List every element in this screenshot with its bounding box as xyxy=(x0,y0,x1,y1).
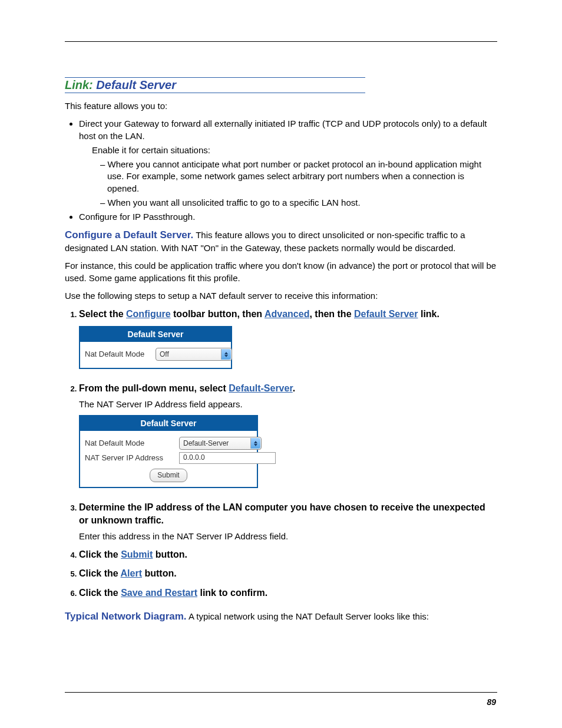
panel-default-server-off: Default Server Nat Default Mode Off xyxy=(79,326,232,370)
feature-bullets: Direct your Gateway to forward all exter… xyxy=(65,118,497,223)
link-save-restart[interactable]: Save and Restart xyxy=(121,588,197,598)
page-number: 89 xyxy=(487,697,496,707)
configure-head: Configure a Default Server. xyxy=(65,229,193,241)
panel-default-server-on: Default Server Nat Default Mode Default-… xyxy=(79,415,258,488)
step-5: Click the Alert button. xyxy=(79,567,497,580)
typical-body: A typical network using the NAT Default … xyxy=(187,611,429,621)
bullet-1: Direct your Gateway to forward all exter… xyxy=(79,118,497,209)
panel1-row-mode: Nat Default Mode Off xyxy=(85,348,226,361)
panel1-mode-select[interactable]: Off xyxy=(156,348,232,361)
dropdown-icon xyxy=(250,438,260,449)
link-submit[interactable]: Submit xyxy=(121,549,153,559)
top-rule xyxy=(65,41,497,42)
panel2-mode-value: Default-Server xyxy=(183,439,229,449)
section-title: Link: Default Server xyxy=(65,77,365,93)
panel2-row-mode: Nat Default Mode Default-Server xyxy=(85,437,252,450)
panel2-submit-button[interactable]: Submit xyxy=(150,469,187,482)
panel2-row-ip: NAT Server IP Address 0.0.0.0 xyxy=(85,452,252,464)
step-3-bold: Determine the IP address of the LAN comp… xyxy=(79,502,485,525)
step-2-desc: The NAT Server IP Address field appears. xyxy=(79,398,497,410)
bullet-1-sub: Enable it for certain situations: xyxy=(92,144,497,156)
bullet-1-text: Direct your Gateway to forward all exter… xyxy=(79,118,487,140)
link-advanced[interactable]: Advanced xyxy=(265,309,309,319)
intro-text: This feature allows you to: xyxy=(65,100,497,112)
panel2-title: Default Server xyxy=(80,416,257,431)
dash-list: – Where you cannot anticipate what port … xyxy=(100,159,497,209)
typical-paragraph: Typical Network Diagram. A typical netwo… xyxy=(65,610,497,624)
step-2: From the pull-down menu, select Default-… xyxy=(79,382,497,495)
panel1-title: Default Server xyxy=(80,327,231,342)
bullet-2: Configure for IP Passthrough. xyxy=(79,211,497,223)
panel1-mode-label: Nat Default Mode xyxy=(85,349,150,360)
link-default-server-option[interactable]: Default-Server xyxy=(229,383,293,393)
dash-1: – Where you cannot anticipate what port … xyxy=(100,159,497,195)
link-default-server[interactable]: Default Server xyxy=(354,309,418,319)
step-3: Determine the IP address of the LAN comp… xyxy=(79,501,497,542)
bottom-rule xyxy=(65,692,497,693)
step-1: Select the Configure toolbar button, the… xyxy=(79,308,497,376)
panel1-mode-value: Off xyxy=(160,350,169,360)
page: Link: Default Server This feature allows… xyxy=(0,0,562,728)
dropdown-icon xyxy=(221,349,231,360)
panel2-ip-label: NAT Server IP Address xyxy=(85,453,173,463)
configure-paragraph: Configure a Default Server. This feature… xyxy=(65,229,497,254)
typical-head: Typical Network Diagram. xyxy=(65,611,187,622)
step-4: Click the Submit button. xyxy=(79,548,497,561)
step-3-desc: Enter this address in the NAT Server IP … xyxy=(79,530,497,542)
panel2-mode-select[interactable]: Default-Server xyxy=(179,437,262,450)
steps-intro: Use the following steps to setup a NAT d… xyxy=(65,290,497,302)
title-rest: Default Server xyxy=(93,78,176,91)
link-alert[interactable]: Alert xyxy=(121,568,142,578)
panel2-mode-label: Nat Default Mode xyxy=(85,438,173,449)
link-configure[interactable]: Configure xyxy=(126,309,171,319)
panel2-ip-input[interactable]: 0.0.0.0 xyxy=(179,452,276,464)
title-link-word: Link: xyxy=(65,78,93,91)
step-6: Click the Save and Restart link to confi… xyxy=(79,587,497,599)
dash-2: – When you want all unsolicited traffic … xyxy=(100,197,497,209)
steps-list: Select the Configure toolbar button, the… xyxy=(65,308,497,599)
instance-paragraph: For instance, this could be application … xyxy=(65,260,497,284)
